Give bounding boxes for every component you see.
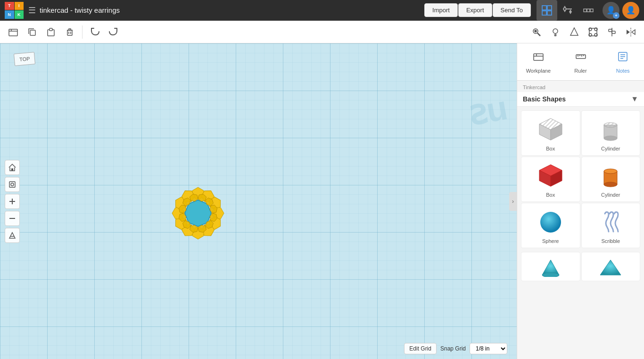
- svg-point-98: [542, 273, 559, 277]
- list-icon: ☰: [28, 5, 36, 16]
- svg-rect-2: [542, 11, 546, 15]
- notes-tool-button[interactable]: Notes: [602, 47, 644, 76]
- shape-sphere-blue[interactable]: Sphere: [521, 203, 580, 248]
- grid-view-button[interactable]: [537, 0, 557, 21]
- shape-button[interactable]: [566, 24, 583, 41]
- svg-rect-70: [534, 54, 543, 60]
- paste-button[interactable]: [42, 24, 59, 41]
- svg-marker-99: [600, 260, 621, 275]
- workplane-label: Workplane: [526, 68, 551, 74]
- blocks-button[interactable]: [578, 0, 599, 21]
- svg-point-19: [553, 29, 558, 33]
- svg-point-17: [535, 30, 537, 32]
- shape-cylinder-gray[interactable]: Cylinder: [581, 110, 641, 156]
- svg-point-95: [604, 169, 617, 174]
- shape-cone-teal[interactable]: [521, 252, 580, 281]
- svg-rect-62: [11, 168, 13, 171]
- svg-point-96: [540, 212, 561, 233]
- import-button[interactable]: Import: [424, 3, 458, 17]
- ruler-icon: [574, 50, 587, 66]
- svg-rect-36: [0, 43, 517, 359]
- tools-button[interactable]: [557, 0, 578, 21]
- library-name: Basic Shapes: [523, 95, 566, 103]
- redo-button[interactable]: [105, 24, 122, 41]
- svg-point-94: [604, 182, 617, 187]
- edit-grid-button[interactable]: Edit Grid: [404, 343, 437, 354]
- logo-k: K: [15, 10, 24, 19]
- tinkercad-logo[interactable]: T I N K: [5, 2, 24, 19]
- copy-button[interactable]: [24, 24, 41, 41]
- main-area: ƨu TOP: [0, 43, 644, 359]
- fit-view-button[interactable]: [5, 177, 20, 192]
- new-workplane-button[interactable]: [5, 24, 22, 41]
- library-category: Tinkercad: [517, 81, 644, 92]
- mirror-button[interactable]: [622, 24, 639, 41]
- canvas-area[interactable]: ƨu TOP: [0, 43, 517, 359]
- avatar-button[interactable]: 👤: [622, 2, 639, 19]
- shape-cylinder-orange[interactable]: Cylinder: [581, 157, 641, 202]
- snap-grid-select[interactable]: 1/8 in 1/4 in 1/2 in 1 in: [470, 343, 507, 354]
- undo-button[interactable]: [86, 24, 103, 41]
- earring-design: [165, 180, 231, 248]
- svg-rect-63: [9, 182, 15, 187]
- svg-marker-34: [632, 30, 635, 34]
- svg-rect-31: [612, 31, 615, 33]
- delete-button[interactable]: [61, 24, 78, 41]
- svg-rect-7: [9, 29, 17, 36]
- bottom-controls: Edit Grid Snap Grid 1/8 in 1/4 in 1/2 in…: [404, 343, 507, 354]
- svg-rect-30: [609, 29, 612, 32]
- ruler-tool-button[interactable]: Ruler: [560, 47, 602, 76]
- svg-rect-73: [576, 55, 586, 58]
- add-person-button[interactable]: 👤 +: [603, 2, 619, 19]
- separator-1: [82, 25, 83, 39]
- group-button[interactable]: [585, 24, 602, 41]
- perspective-button[interactable]: [5, 228, 20, 243]
- library-dropdown[interactable]: Basic Shapes ▼: [517, 92, 644, 107]
- shape-cylinder-gray-label: Cylinder: [601, 146, 620, 151]
- zoom-in-button[interactable]: [5, 194, 20, 209]
- shape-scribble-label: Scribble: [601, 238, 620, 244]
- zoom-out-button[interactable]: [5, 211, 20, 226]
- shape-sphere-blue-label: Sphere: [542, 238, 559, 244]
- shapes-grid: Box Cylinder: [517, 107, 644, 252]
- svg-marker-68: [9, 233, 15, 238]
- logo-t: T: [5, 2, 14, 10]
- send-to-button[interactable]: Send To: [493, 3, 531, 17]
- svg-rect-3: [547, 11, 552, 15]
- svg-marker-23: [570, 28, 578, 35]
- workplane-label: TOP: [14, 52, 36, 66]
- left-toolbar: [5, 160, 20, 243]
- svg-rect-10: [30, 30, 35, 35]
- lightbulb-button[interactable]: [547, 24, 564, 41]
- grid-background: [0, 43, 517, 359]
- svg-rect-5: [587, 9, 590, 12]
- workplane-tool-button[interactable]: Workplane: [517, 47, 560, 76]
- logo-i: I: [15, 2, 24, 10]
- shape-pyramid-teal[interactable]: [581, 252, 641, 281]
- view-tools: Workplane Ruler: [517, 43, 644, 81]
- home-view-button[interactable]: [5, 160, 20, 175]
- header: T I N K ☰ tinkercad - twisty earrings Im…: [0, 0, 644, 21]
- shape-scribble[interactable]: Scribble: [581, 203, 641, 248]
- toolbar: [0, 21, 644, 43]
- svg-rect-6: [590, 9, 593, 12]
- ruler-label: Ruler: [574, 68, 586, 74]
- svg-rect-13: [67, 30, 72, 35]
- shape-box-red-label: Box: [546, 192, 555, 198]
- canvas-decoration: ƨu: [465, 88, 510, 134]
- logo-n: N: [5, 10, 14, 19]
- right-panel: Workplane Ruler: [517, 43, 644, 359]
- inspector-button[interactable]: [528, 24, 545, 41]
- notes-label: Notes: [616, 68, 630, 74]
- right-top-buttons: Import Export Send To: [424, 3, 531, 17]
- shape-box-gray[interactable]: Box: [521, 110, 580, 156]
- svg-rect-0: [542, 6, 546, 10]
- snap-grid-label: Snap Grid: [440, 345, 466, 352]
- export-button[interactable]: Export: [458, 3, 492, 17]
- align-button[interactable]: [603, 24, 620, 41]
- shape-box-red[interactable]: Box: [521, 157, 580, 202]
- svg-line-18: [537, 33, 540, 36]
- shape-box-gray-label: Box: [546, 146, 555, 151]
- svg-rect-28: [589, 28, 597, 36]
- collapse-panel-button[interactable]: ›: [509, 192, 517, 211]
